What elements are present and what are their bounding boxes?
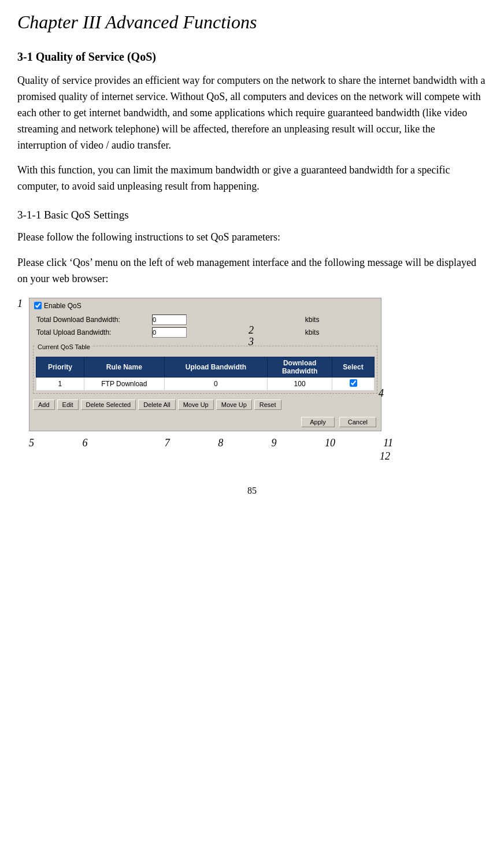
move-up2-button[interactable]: Move Up <box>216 399 252 410</box>
enable-qos-row: Enable QoS <box>34 302 376 310</box>
callout-5: 5 <box>29 437 34 449</box>
download-bandwidth-row: Total Download Bandwidth: kbits <box>34 313 376 326</box>
title-text: Chapter III Advanced Functions <box>17 12 257 32</box>
page-title: Chapter III Advanced Functions <box>17 12 487 33</box>
download-unit: kbits <box>303 313 376 326</box>
reset-button[interactable]: Reset <box>254 399 281 410</box>
para4: Please click ‘Qos’ menu on the left of w… <box>17 255 487 287</box>
apply-cancel-section: Apply Cancel <box>29 413 381 431</box>
current-qos-section: Current QoS Table Priority Rule Name Upl… <box>33 346 377 394</box>
callout-2: 2 <box>249 324 254 336</box>
upload-bandwidth-row: Total Upload Bandwidth: kbits <box>34 326 376 339</box>
qos-panel: Enable QoS Total Download Bandwidth: kbi… <box>29 298 381 431</box>
qos-table-title: Current QoS Table <box>36 343 92 350</box>
callout-12: 12 <box>380 450 390 462</box>
col-download-bw: DownloadBandwidth <box>268 357 332 377</box>
subsection-heading-basic: 3-1-1 Basic QoS Settings <box>17 209 487 221</box>
cell-select <box>332 377 375 390</box>
upload-value-input[interactable] <box>152 327 187 338</box>
col-select: Select <box>332 357 375 377</box>
callout-6: 6 <box>82 437 87 449</box>
callout-4: 4 <box>379 387 384 399</box>
callout-8: 8 <box>218 437 223 449</box>
upload-label: Total Upload Bandwidth: <box>34 326 150 339</box>
enable-qos-checkbox[interactable] <box>34 302 42 309</box>
cancel-button[interactable]: Cancel <box>339 417 376 427</box>
qos-interface-block: 1 2 3 4 Enable QoS Total Download Bandwi… <box>17 298 487 431</box>
row-select-checkbox[interactable] <box>350 379 357 387</box>
download-value-input[interactable] <box>152 314 187 325</box>
table-header-row: Priority Rule Name Upload Bandwidth Down… <box>36 357 375 377</box>
cell-rule-name: FTP Download <box>84 377 164 390</box>
apply-button[interactable]: Apply <box>301 417 335 427</box>
cell-priority: 1 <box>36 377 84 390</box>
delete-all-button[interactable]: Delete All <box>138 399 175 410</box>
upload-unit: kbits <box>303 326 376 339</box>
move-up-button[interactable]: Move Up <box>178 399 214 410</box>
add-button[interactable]: Add <box>33 399 55 410</box>
callout-9: 9 <box>272 437 277 449</box>
bandwidth-table: Total Download Bandwidth: kbits Total Up… <box>34 313 376 339</box>
page-number: 85 <box>17 486 487 496</box>
callout-7: 7 <box>165 437 170 449</box>
callout-1: 1 <box>17 298 23 310</box>
para3: Please follow the following instructions… <box>17 230 487 246</box>
col-upload-bw: Upload Bandwidth <box>164 357 267 377</box>
download-label: Total Download Bandwidth: <box>34 313 150 326</box>
callout-12-row: 12 <box>17 450 390 462</box>
para1: Quality of service provides an efficient… <box>17 73 487 153</box>
callout-3: 3 <box>249 336 254 348</box>
callout-numbers-bottom-row: 5 6 7 8 9 10 11 <box>29 437 399 449</box>
callout-10: 10 <box>325 437 335 449</box>
enable-qos-label: Enable QoS <box>44 302 81 310</box>
cell-download-bw: 100 <box>268 377 332 390</box>
para2: With this function, you can limit the ma… <box>17 162 487 195</box>
qos-top-section: Enable QoS Total Download Bandwidth: kbi… <box>29 298 381 343</box>
delete-selected-button[interactable]: Delete Selected <box>81 399 136 410</box>
callout-11: 11 <box>383 437 393 449</box>
section-heading-qos: 3-1 Quality of Service (QoS) <box>17 50 487 64</box>
table-row: 1 FTP Download 0 100 <box>36 377 375 390</box>
qos-data-table: Priority Rule Name Upload Bandwidth Down… <box>36 357 375 391</box>
col-priority: Priority <box>36 357 84 377</box>
qos-action-buttons: Add Edit Delete Selected Delete All Move… <box>29 396 381 413</box>
cell-upload-bw: 0 <box>164 377 267 390</box>
col-rule-name: Rule Name <box>84 357 164 377</box>
edit-button[interactable]: Edit <box>57 399 79 410</box>
